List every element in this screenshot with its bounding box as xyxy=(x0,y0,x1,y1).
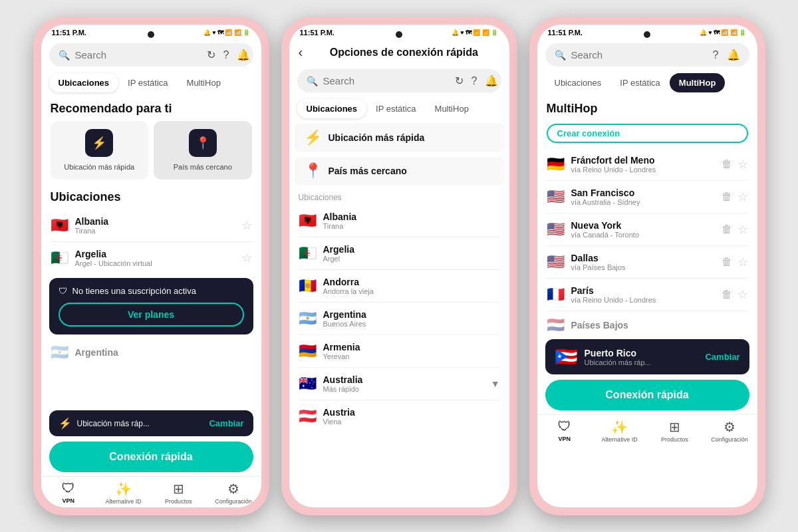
tab-ip-estatica-2[interactable]: IP estática xyxy=(366,99,425,118)
tab-multihop-2[interactable]: MultiHop xyxy=(426,99,478,118)
trash-ny-3[interactable]: 🗑 xyxy=(722,223,732,235)
search-bar-1[interactable]: 🔍 ↻ ? 🔔 xyxy=(49,43,253,66)
location-australia-2[interactable]: 🇦🇺 Australia Más rápido ▼ xyxy=(289,368,509,400)
tabs-3: Ubicaciones IP estática MultiHop xyxy=(545,73,749,92)
tab-multihop-3[interactable]: MultiHop xyxy=(670,73,726,92)
star-argelia-1[interactable]: ☆ xyxy=(241,251,252,265)
location-armenia-2[interactable]: 🇦🇲 Armenia Yerevan xyxy=(289,335,509,367)
blb-change-1[interactable]: Cambiar xyxy=(209,418,243,428)
location-austria-2[interactable]: 🇦🇹 Austria Viena xyxy=(289,400,509,431)
status-icons-2: 🔔 ♥ 🗺 📶 📶 🔋 xyxy=(452,29,499,36)
mh-item-paris-3[interactable]: 🇫🇷 París vía Reino Unido - Londres 🗑 ☆ xyxy=(537,279,757,311)
ver-planes-btn-1[interactable]: Ver planes xyxy=(59,303,244,327)
nav-altid-icon-3: ✨ xyxy=(611,419,628,435)
nav-products-1[interactable]: ⊞ Productos xyxy=(151,481,206,505)
tab-ip-estatica-1[interactable]: IP estática xyxy=(118,73,177,92)
nav-settings-3[interactable]: ⚙ Configuración xyxy=(702,419,757,443)
location-albania-2[interactable]: 🇦🇱 Albania Tirana xyxy=(289,205,509,237)
location-andorra-2[interactable]: 🇦🇩 Andorra Andorra la vieja xyxy=(289,270,509,302)
locations-scroll-2[interactable]: 🇦🇱 Albania Tirana 🇩🇿 Argelia Argel xyxy=(289,205,509,431)
star-paris-3[interactable]: ☆ xyxy=(737,287,748,302)
sub-banner-text-1: 🛡 No tienes una suscripción activa xyxy=(59,286,244,296)
connect-btn-3[interactable]: Conexión rápida xyxy=(545,380,749,410)
search-input-1[interactable] xyxy=(75,49,201,61)
rec-card-nearest-1[interactable]: 📍 País más cercano xyxy=(154,121,252,180)
nearest-label-1: País más cercano xyxy=(174,162,232,172)
nearest-flag-2: 📍 xyxy=(304,164,322,178)
mh-sub-dallas-3: vía Países Bajos xyxy=(571,263,715,271)
loc-name-albania-1: Albania xyxy=(75,216,235,227)
locations-title-1: Ubicaciones xyxy=(41,188,261,209)
trash-paris-3[interactable]: 🗑 xyxy=(722,289,732,301)
location-argelia-1[interactable]: 🇩🇿 Argelia Argel - Ubicación virtual ☆ xyxy=(41,242,261,274)
loc-info-albania-2: Albania Tirana xyxy=(323,211,500,230)
nav-vpn-1[interactable]: 🛡 VPN xyxy=(41,481,96,505)
loc-sub-argelia-2: Argel xyxy=(323,255,500,263)
connect-btn-1[interactable]: Conexión rápida xyxy=(49,442,253,472)
nav-altid-1[interactable]: ✨ Alternative ID xyxy=(96,481,151,505)
tab-ubicaciones-2[interactable]: Ubicaciones xyxy=(297,99,367,118)
rec-card-fastest-1[interactable]: ⚡ Ubicación más rápida xyxy=(51,121,149,180)
flag-argentina-2: 🇦🇷 xyxy=(299,311,317,326)
bottom-nav-3: 🛡 VPN ✨ Alternative ID ⊞ Productos ⚙ Con… xyxy=(537,414,757,446)
tabs-1: Ubicaciones IP estática MultiHop xyxy=(49,73,253,92)
nav-settings-1[interactable]: ⚙ Configuración xyxy=(206,481,261,505)
help-icon-3[interactable]: ? xyxy=(713,49,719,61)
search-bar-2[interactable]: 🔍 ↻ ? 🔔 xyxy=(297,69,501,92)
tab-multihop-1[interactable]: MultiHop xyxy=(178,73,230,92)
nav-altid-icon-1: ✨ xyxy=(115,481,132,497)
pr-change-3[interactable]: Cambiar xyxy=(705,352,739,362)
mh-info-ny-3: Nueva York vía Canadá - Toronto xyxy=(571,220,715,239)
refresh-icon-2[interactable]: ↻ xyxy=(455,74,464,87)
search-bar-3[interactable]: 🔍 ? 🔔 xyxy=(545,43,749,66)
flag-albania-1: 🇦🇱 xyxy=(51,218,68,233)
flag-paris-3: 🇫🇷 xyxy=(547,287,565,302)
back-btn-2[interactable]: ‹ xyxy=(299,45,303,60)
mh-sub-sf-3: vía Australia - Sídney xyxy=(571,198,715,206)
search-input-2[interactable] xyxy=(323,75,450,86)
star-frankfurt-3[interactable]: ☆ xyxy=(737,157,748,172)
mh-name-sf-3: San Francisco xyxy=(571,188,715,198)
search-input-3[interactable] xyxy=(571,49,708,61)
trash-sf-3[interactable]: 🗑 xyxy=(722,191,732,203)
mh-sub-ny-3: vía Canadá - Toronto xyxy=(571,231,715,239)
tab-ubicaciones-1[interactable]: Ubicaciones xyxy=(49,73,119,92)
trash-frankfurt-3[interactable]: 🗑 xyxy=(722,158,732,170)
trash-dallas-3[interactable]: 🗑 xyxy=(722,256,732,268)
mh-item-partial-3[interactable]: 🇳🇱 Países Bajos xyxy=(537,311,757,339)
top-icons-1: ↻ ? 🔔 xyxy=(207,49,251,61)
star-ny-3[interactable]: ☆ xyxy=(737,222,748,237)
star-albania-1[interactable]: ☆ xyxy=(241,218,252,233)
create-connection-btn-3[interactable]: Crear conexión xyxy=(547,124,748,143)
bell-icon-3[interactable]: 🔔 xyxy=(727,49,740,61)
bell-icon-1[interactable]: 🔔 xyxy=(237,49,250,61)
refresh-icon-1[interactable]: ↻ xyxy=(207,49,215,61)
tab-ubicaciones-3[interactable]: Ubicaciones xyxy=(545,73,611,92)
bell-icon-2[interactable]: 🔔 xyxy=(485,74,498,87)
quick-fastest-2[interactable]: ⚡ Ubicación más rápida xyxy=(295,124,504,152)
mh-item-ny-3[interactable]: 🇺🇸 Nueva York vía Canadá - Toronto 🗑 ☆ xyxy=(537,213,757,245)
nav-vpn-3[interactable]: 🛡 VPN xyxy=(537,419,593,443)
star-sf-3[interactable]: ☆ xyxy=(737,190,748,204)
loc-info-armenia-2: Armenia Yerevan xyxy=(323,342,500,360)
location-argelia-2[interactable]: 🇩🇿 Argelia Argel xyxy=(289,237,509,269)
location-argentina-partial-1[interactable]: 🇦🇷 Argentina xyxy=(41,338,261,366)
location-albania-1[interactable]: 🇦🇱 Albania Tirana ☆ xyxy=(41,209,261,241)
mh-item-dallas-3[interactable]: 🇺🇸 Dallas vía Países Bajos 🗑 ☆ xyxy=(537,246,757,278)
location-argentina-2[interactable]: 🇦🇷 Argentina Buenos Aires xyxy=(289,303,509,334)
mh-item-sf-3[interactable]: 🇺🇸 San Francisco vía Australia - Sídney … xyxy=(537,181,757,213)
mh-item-frankfurt-3[interactable]: 🇩🇪 Fráncfort del Meno vía Reino Unido - … xyxy=(537,148,757,180)
mh-sub-frankfurt-3: vía Reino Unido - Londres xyxy=(571,166,715,174)
nav-products-3[interactable]: ⊞ Productos xyxy=(647,419,702,443)
loc-info-argelia-2: Argelia Argel xyxy=(323,244,500,263)
star-dallas-3[interactable]: ☆ xyxy=(737,255,748,269)
help-icon-1[interactable]: ? xyxy=(223,49,229,61)
tab-ip-estatica-3[interactable]: IP estática xyxy=(610,73,669,92)
help-icon-2[interactable]: ? xyxy=(471,75,477,87)
loc-info-austria-2: Austria Viena xyxy=(323,407,500,426)
mh-name-partial-3: Países Bajos xyxy=(571,320,748,331)
tabs-2: Ubicaciones IP estática MultiHop xyxy=(297,99,501,118)
multihop-scroll-3[interactable]: 🇩🇪 Fráncfort del Meno vía Reino Unido - … xyxy=(537,148,757,339)
nav-altid-3[interactable]: ✨ Alternative ID xyxy=(592,419,647,443)
quick-nearest-2[interactable]: 📍 País más cercano xyxy=(295,157,504,185)
